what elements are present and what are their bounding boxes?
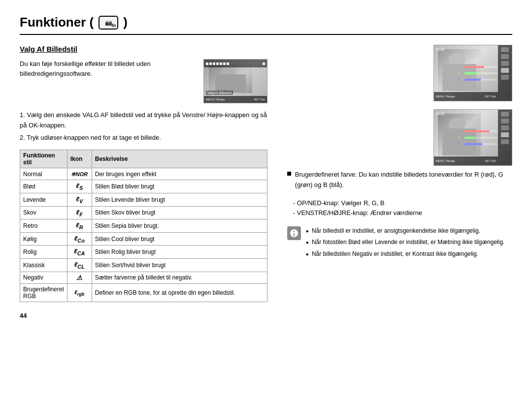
table-row: Brugerdefineret RGB ℓrgb Definer en RGB … <box>20 283 267 302</box>
cell-stil: Negativ <box>20 272 67 283</box>
left-column: Valg Af Billedstil Du kan føje forskelli… <box>20 45 267 302</box>
table-header-ikon: Ikon <box>67 150 92 168</box>
cell-beskrivelse: Definer en RGB tone, for at oprette din … <box>92 283 267 302</box>
cell-stil: Kølig <box>20 232 67 246</box>
cell-stil: Levende <box>20 193 67 206</box>
table-row: Levende ℓV Stilen Levende bliver brugt <box>20 193 267 206</box>
screen-label-1: Valg Af Billedstil <box>206 91 233 95</box>
cell-stil: Brugerdefineret RGB <box>20 283 67 302</box>
rgb-description-block: Brugerdefineret farve: Du kan indstille … <box>287 170 512 190</box>
intro-text: Du kan føje forskellige effekter til bil… <box>20 59 196 78</box>
table-row: Blød ℓS Stilen Blød bliver brugt <box>20 180 267 193</box>
cell-stil: Blød <box>20 180 67 193</box>
right-images: RGB R G B <box>287 45 512 166</box>
sub-step-2: - VENSTRE/HØJRE-knap: Ændrer værdierne <box>287 208 512 218</box>
note-block: ●Når billedstil er indstillet, er ansigt… <box>287 226 512 261</box>
cell-ikon: ℓV <box>67 193 92 206</box>
page-title: Funktioner ( 📷 fn ) <box>20 15 512 35</box>
table-row: Rolig ℓCA Stilen Rolig bliver brugt <box>20 246 267 259</box>
table-row: Normal ✲NOR Der bruges ingen effekt <box>20 168 267 180</box>
camera-fn-icon: 📷 fn <box>99 16 118 30</box>
cell-ikon: ⚠ <box>67 272 92 283</box>
section-title: Valg Af Billedstil <box>20 45 267 53</box>
table-row: Klassisk ℓCL Stilen Sort/hvid bliver bru… <box>20 258 267 272</box>
table-row: Negativ ⚠ Sætter farverne på billedet ti… <box>20 272 267 283</box>
cell-ikon: ℓF <box>67 206 92 219</box>
cell-beskrivelse: Stilen Sepia bliver brugt. <box>92 219 267 233</box>
table-row: Retro ℓR Stilen Sepia bliver brugt. <box>20 219 267 233</box>
table-row: Skov ℓF Stilen Skov bliver brugt <box>20 206 267 219</box>
cell-stil: Klassisk <box>20 258 67 272</box>
bullet-square <box>287 172 291 176</box>
table-header-beskrivelse: Beskrivelse <box>92 150 267 168</box>
style-table: Funktionen stil Ikon Beskrivelse Normal … <box>20 150 267 302</box>
page-number: 44 <box>20 312 512 319</box>
cell-stil: Skov <box>20 206 67 219</box>
cell-beskrivelse: Stilen Sort/hvid bliver brugt <box>92 258 267 272</box>
cell-ikon: ℓR <box>67 219 92 233</box>
sub-step-1: - OP/NED-knap: Vælger R, G, B <box>287 198 512 209</box>
steps-block: 1. Vælg den ønskede VALG AF billedstil v… <box>20 110 267 143</box>
cell-beskrivelse: Stilen Skov bliver brugt <box>92 206 267 219</box>
cell-stil: Retro <box>20 219 67 233</box>
cell-ikon: ℓCA <box>67 246 92 259</box>
title-text: Funktioner ( <box>20 15 94 30</box>
cell-ikon: ℓrgb <box>67 283 92 302</box>
notes-container: ●Når billedstil er indstillet, er ansigt… <box>306 226 505 261</box>
note-line: ●Når billedstilen Negativ er indstillet,… <box>306 249 505 259</box>
cell-ikon: ℓCL <box>67 258 92 272</box>
step-2: 2. Tryk udløser-knappen ned for at tage … <box>20 133 267 143</box>
note-line: ●Når billedstil er indstillet, er ansigt… <box>306 226 505 236</box>
camera-screen-2: RGB R G B <box>433 45 512 101</box>
cell-ikon: ✲NOR <box>67 168 92 180</box>
cell-beskrivelse: Sætter farverne på billedet til negativ. <box>92 272 267 283</box>
note-icon <box>287 226 301 240</box>
rgb-bullet-text: Brugerdefineret farve: Du kan indstille … <box>295 170 512 190</box>
table-header-stil: Funktionen stil <box>20 150 67 168</box>
cell-beskrivelse: Stilen Blød bliver brugt <box>92 180 267 193</box>
camera-screen-1: Valg Af Billedstil MENU Tilbage SET Flyt <box>203 59 267 103</box>
cell-stil: Normal <box>20 168 67 180</box>
cell-ikon: ℓCo <box>67 232 92 246</box>
table-row: Kølig ℓCo Stilen Cool bliver brugt <box>20 232 267 246</box>
right-column: RGB R G B <box>287 45 512 302</box>
cell-beskrivelse: Stilen Rolig bliver brugt <box>92 246 267 259</box>
step-1: 1. Vælg den ønskede VALG AF billedstil v… <box>20 110 267 131</box>
cell-beskrivelse: Stilen Cool bliver brugt <box>92 232 267 246</box>
cell-beskrivelse: Stilen Levende bliver brugt <box>92 193 267 206</box>
cell-ikon: ℓS <box>67 180 92 193</box>
sub-steps-block: - OP/NED-knap: Vælger R, G, B - VENSTRE/… <box>287 198 512 219</box>
cell-beskrivelse: Der bruges ingen effekt <box>92 168 267 180</box>
camera-screen-3: RGB R G B <box>433 109 512 166</box>
note-line: ●Når fotostilen Blød eller Levende er in… <box>306 238 505 247</box>
cell-stil: Rolig <box>20 246 67 259</box>
